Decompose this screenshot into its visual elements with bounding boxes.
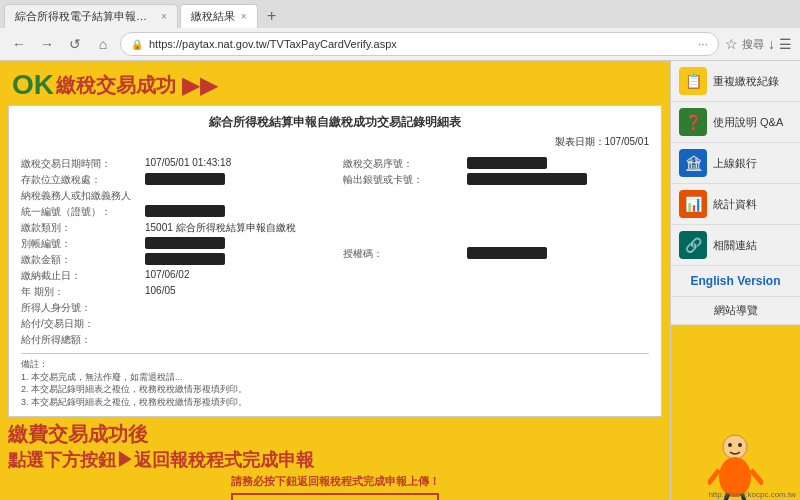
unified-value [145, 205, 225, 217]
address-field[interactable]: 🔒 https://paytax.nat.gov.tw/TVTaxPayCard… [120, 32, 719, 56]
category-label: 繳款類別： [21, 221, 141, 235]
address-bar-row: ← → ↺ ⌂ 🔒 https://paytax.nat.gov.tw/TVTa… [0, 28, 800, 60]
ok-logo-area: OK 繳稅交易成功 ▶▶ [12, 69, 218, 101]
right-sidebar: 📋 重複繳稅紀錄 ❓ 使用說明 Q&A 🏦 上線銀行 📊 統計資料 🔗 相關連結… [670, 61, 800, 500]
svg-point-6 [728, 443, 732, 447]
sidebar-label-bank: 上線銀行 [713, 156, 757, 170]
bank-pos-label: 存款位立繳稅處： [21, 173, 141, 187]
sidebar-item-history[interactable]: 📋 重複繳稅紀錄 [671, 61, 800, 102]
page-header: OK 繳稅交易成功 ▶▶ [0, 61, 670, 105]
receipt-notes: 備註： 1. 本交易完成，無法作廢，如需退稅請... 2. 本交易記錄明細表之複… [21, 358, 649, 408]
note1: 1. 本交易完成，無法作廢，如需退稅請... [21, 371, 649, 384]
download-icon[interactable]: ↓ [768, 36, 775, 52]
svg-line-3 [751, 470, 763, 484]
verify-label: 授權碼： [343, 247, 463, 261]
taxpayer-label: 納稅義務人或扣繳義務人 [21, 189, 141, 203]
svg-point-7 [738, 443, 742, 447]
tab-1-label: 綜合所得稅電子結算申報繳稅系 [15, 9, 155, 24]
new-tab-button[interactable]: + [260, 4, 284, 28]
big-text-line2: 點選下方按鈕▶返回報稅程式完成申報 [8, 448, 662, 472]
sidebar-item-manual[interactable]: ❓ 使用說明 Q&A [671, 102, 800, 143]
datetime-value: 107/05/01 01:43:18 [145, 157, 231, 171]
tab-2[interactable]: 繳稅結果 × [180, 4, 258, 28]
form-value [145, 237, 225, 249]
svg-line-2 [708, 470, 719, 484]
note3: 3. 本交易紀錄明細表之複位，稅務稅稅繳情形複填列印。 [21, 396, 649, 409]
profile-icon[interactable]: ☰ [779, 36, 792, 52]
search-label: 搜尋 [742, 37, 764, 52]
english-version-label: English Version [690, 274, 780, 288]
field-right: 繳稅交易序號： 輸出銀號或卡號： 授權碼： [343, 155, 649, 349]
bank-pos-value [145, 173, 225, 185]
tab-2-label: 繳稅結果 [191, 9, 235, 24]
bookmark-icon[interactable]: ☆ [725, 36, 738, 52]
notes-title: 備註： [21, 359, 48, 369]
success-text: 繳稅交易成功 [56, 72, 176, 99]
amount-label: 繳款金額： [21, 253, 141, 267]
divider [21, 353, 649, 354]
sidebar-label-links: 相關連結 [713, 238, 757, 252]
receipt-area: 綜合所得稅結算申報自繳稅成功交易記錄明細表 製表日期：107/05/01 繳稅交… [8, 105, 662, 417]
receipt-grid: 繳稅交易日期時間： 107/05/01 01:43:18 存款位立繳稅處： 納稅… [21, 155, 649, 349]
big-instruction: 繳費交易成功後 點選下方按鈕▶返回報稅程式完成申報 [0, 417, 670, 472]
sidebar-site-guide[interactable]: 網站導覽 [671, 297, 800, 325]
forward-button[interactable]: → [36, 33, 58, 55]
site-guide-label: 網站導覽 [714, 304, 758, 316]
receipt-date: 製表日期：107/05/01 [21, 135, 649, 149]
refresh-button[interactable]: ↺ [64, 33, 86, 55]
year-period-label: 年 期別： [21, 285, 141, 299]
bank-icon: 🏦 [679, 149, 707, 177]
form-label: 別帳編號： [21, 237, 141, 251]
back-button[interactable]: ← [8, 33, 30, 55]
pay-date-label: 給付/交易日期： [21, 317, 141, 331]
address-menu-icon[interactable]: ··· [698, 37, 708, 51]
category-value: 15001 綜合所得稅結算申報自繳稅 [145, 221, 296, 235]
website-label: http://www.kocpc.com.tw [708, 490, 796, 499]
unified-label: 統一編號（證號）： [21, 205, 141, 219]
sidebar-item-stats[interactable]: 📊 統計資料 [671, 184, 800, 225]
field-datetime: 繳稅交易日期時間： 107/05/01 01:43:18 存款位立繳稅處： 納稅… [21, 155, 327, 349]
home-button[interactable]: ⌂ [92, 33, 114, 55]
confirm-button[interactable]: 請按這裡，返回報稅程式完成申報 [231, 493, 439, 500]
tab-bar: 綜合所得稅電子結算申報繳稅系 × 繳稅結果 × + [0, 0, 800, 28]
amount-value [145, 253, 225, 265]
deadline-value: 107/06/02 [145, 269, 190, 283]
datetime-label: 繳稅交易日期時間： [21, 157, 141, 171]
stats-icon: 📊 [679, 190, 707, 218]
browser-chrome: 綜合所得稅電子結算申報繳稅系 × 繳稅結果 × + ← → ↺ ⌂ 🔒 http… [0, 0, 800, 61]
mascot [706, 437, 766, 497]
sidebar-label-stats: 統計資料 [713, 197, 757, 211]
content-area: OK 繳稅交易成功 ▶▶ 綜合所得稅結算申報自繳稅成功交易記錄明細表 製表日期：… [0, 61, 670, 500]
sidebar-label-history: 重複繳稅紀錄 [713, 74, 779, 88]
sidebar-label-manual: 使用說明 Q&A [713, 115, 783, 129]
mascot-area: http://www.kocpc.com.tw [671, 325, 800, 500]
svg-point-0 [723, 435, 747, 459]
tab-2-close[interactable]: × [241, 11, 247, 22]
receipt-title: 綜合所得稅結算申報自繳稅成功交易記錄明細表 [21, 114, 649, 131]
year-period-value: 106/05 [145, 285, 176, 299]
bottom-warning: 請務必按下鈕返回報稅程式完成申報上傳！ [8, 474, 662, 489]
sidebar-english-version[interactable]: English Version [671, 266, 800, 297]
seq-value [467, 157, 547, 169]
tab-1-close[interactable]: × [161, 11, 167, 22]
verify-value [467, 247, 547, 259]
big-text-line1: 繳費交易成功後 [8, 421, 662, 448]
sidebar-item-bank[interactable]: 🏦 上線銀行 [671, 143, 800, 184]
history-icon: 📋 [679, 67, 707, 95]
note2: 2. 本交易記錄明細表之複位，稅務稅稅繳情形複填列印。 [21, 383, 649, 396]
address-text: https://paytax.nat.gov.tw/TVTaxPayCardVe… [149, 38, 692, 50]
sidebar-item-links[interactable]: 🔗 相關連結 [671, 225, 800, 266]
links-icon: 🔗 [679, 231, 707, 259]
export-label: 輸出銀號或卡號： [343, 173, 463, 187]
main-layout: OK 繳稅交易成功 ▶▶ 綜合所得稅結算申報自繳稅成功交易記錄明細表 製表日期：… [0, 61, 800, 500]
bottom-area: 請務必按下鈕返回報稅程式完成申報上傳！ 請按這裡，返回報稅程式完成申報 [0, 472, 670, 500]
income-type-label: 所得人身分號： [21, 301, 141, 315]
manual-icon: ❓ [679, 108, 707, 136]
lock-icon: 🔒 [131, 39, 143, 50]
export-value [467, 173, 587, 185]
arrows-icon: ▶▶ [182, 71, 218, 99]
tab-1[interactable]: 綜合所得稅電子結算申報繳稅系 × [4, 4, 178, 28]
ok-text: OK [12, 69, 54, 101]
toolbar-icons: ☆ 搜尋 ↓ ☰ [725, 36, 792, 52]
seq-label: 繳稅交易序號： [343, 157, 463, 171]
